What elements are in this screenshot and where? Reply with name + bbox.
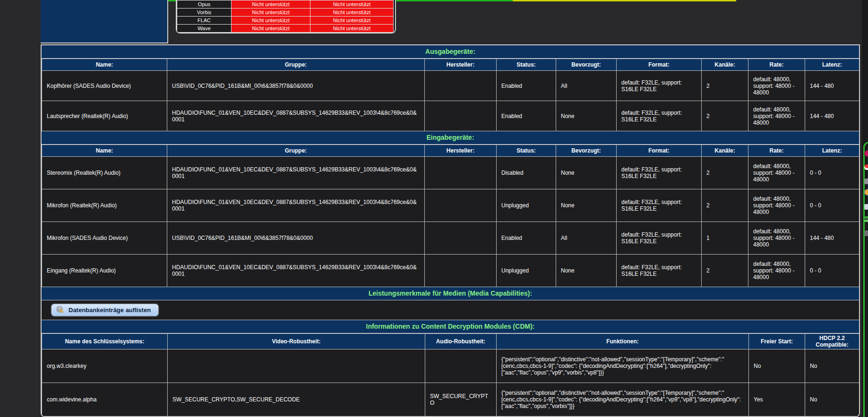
col-header-latenz: Latenz: <box>805 145 859 157</box>
col-header-key-system: Name des Schlüsselsystems: <box>42 334 168 349</box>
codec-support-cell: Nicht unterstützt <box>310 25 394 33</box>
cell-rate: default: 48000, support: 48000 - 48000 <box>748 222 805 255</box>
output-devices-table: Name: Gruppe: Hersteller: Status: Bevorz… <box>42 59 859 131</box>
codec-support-cell: Nicht unterstützt <box>310 9 394 17</box>
cell-rate: default: 48000, support: 48000 - 48000 <box>748 189 805 222</box>
col-header-latenz: Latenz: <box>805 59 859 71</box>
cell-hersteller <box>425 255 497 287</box>
cell-key-system: org.w3.clearkey <box>42 349 168 383</box>
table-row: Mikrofon (SADES Audio Device) USB\VID_0C… <box>42 222 859 255</box>
cell-gruppe: HDAUDIO\FUNC_01&VEN_10EC&DEV_0887&SUBSYS… <box>167 101 425 131</box>
cell-format: default: F32LE, support: S16LE F32LE <box>617 71 702 101</box>
cell-rate: default: 48000, support: 48000 - 48000 <box>748 255 805 287</box>
codec-row: Vorbis Nicht unterstützt Nicht unterstüt… <box>177 9 394 17</box>
table-row: Lautsprecher (Realtek(R) Audio) HDAUDIO\… <box>42 101 859 131</box>
cell-latenz: 144 - 480 <box>805 101 859 131</box>
cell-bevorzugt: All <box>556 222 617 255</box>
col-header-format: Format: <box>617 59 702 71</box>
database-icon <box>56 306 64 314</box>
media-capabilities-row: Datenbankeinträge auflisten <box>42 300 859 320</box>
cell-bevorzugt: None <box>556 255 617 287</box>
cell-gruppe: HDAUDIO\FUNC_01&VEN_10EC&DEV_0887&SUBSYS… <box>167 189 425 222</box>
codec-support-cell: Nicht unterstützt <box>232 9 310 17</box>
cell-hersteller <box>425 157 497 189</box>
list-database-entries-button[interactable]: Datenbankeinträge auflisten <box>51 304 159 316</box>
cell-rate: default: 48000, support: 48000 - 48000 <box>748 157 805 189</box>
col-header-hersteller: Hersteller: <box>425 59 497 71</box>
cell-bevorzugt: None <box>556 101 617 131</box>
cdm-header-row: Name des Schlüsselsystems: Video-Robusth… <box>42 334 859 349</box>
col-header-hdcp: HDCP 2.2 Compatible: <box>805 334 859 349</box>
input-devices-title: Eingabegeräte: <box>42 131 859 145</box>
cell-clear-lead: No <box>749 349 805 383</box>
clipped-app-icon-4[interactable] <box>864 189 868 196</box>
col-header-name: Name: <box>42 59 167 71</box>
codec-row: Opus Nicht unterstützt Nicht unterstützt <box>177 0 394 9</box>
clipped-app-icon-6[interactable] <box>864 216 868 222</box>
cell-bevorzugt: All <box>556 71 617 101</box>
cell-audio-robustness <box>425 349 497 383</box>
clipped-app-icon-3[interactable] <box>864 179 868 184</box>
cell-clear-lead: Yes <box>749 383 805 417</box>
table-row: Mikrofon (Realtek(R) Audio) HDAUDIO\FUNC… <box>42 189 859 222</box>
output-devices-header-row: Name: Gruppe: Hersteller: Status: Bevorz… <box>42 59 859 71</box>
table-row: com.widevine.alpha SW_SECURE_CRYPTO,SW_S… <box>42 383 859 417</box>
cell-bevorzugt: None <box>556 157 617 189</box>
cell-format: default: F32LE, support: S16LE F32LE <box>617 222 702 255</box>
cell-hersteller <box>425 189 497 222</box>
input-devices-header-row: Name: Gruppe: Hersteller: Status: Bevorz… <box>42 145 859 157</box>
col-header-kanaele: Kanäle: <box>702 145 748 157</box>
cell-latenz: 0 - 0 <box>805 255 859 287</box>
cell-kanaele: 2 <box>702 101 748 131</box>
col-header-format: Format: <box>617 145 702 157</box>
col-header-bevorzugt: Bevorzugt: <box>556 145 617 157</box>
clipped-app-icon-1[interactable] <box>864 150 868 157</box>
col-header-status: Status: <box>497 145 556 157</box>
codec-row: FLAC Nicht unterstützt Nicht unterstützt <box>177 17 394 25</box>
cell-rate: default: 48000, support: 48000 - 48000 <box>748 101 805 131</box>
codec-name: Opus <box>177 0 232 9</box>
output-devices-title: Ausgabegeräte: <box>42 45 859 59</box>
cell-hersteller <box>425 71 497 101</box>
cell-bevorzugt: None <box>556 189 617 222</box>
cell-kanaele: 1 <box>702 222 748 255</box>
cell-hersteller <box>425 222 497 255</box>
codec-name: Wave <box>177 25 232 33</box>
clipped-app-icon-5[interactable] <box>864 204 868 210</box>
media-capabilities-title: Leistungsmerkmale für Medien (Media Capa… <box>42 287 859 300</box>
codec-support-table: Opus Nicht unterstützt Nicht unterstützt… <box>176 0 396 34</box>
cutoff-table-cell <box>41 0 168 43</box>
col-header-rate: Rate: <box>748 145 805 157</box>
col-header-video-robustness: Video-Robustheit: <box>168 334 425 349</box>
cell-status: Enabled <box>497 71 556 101</box>
top-edge-yellow-line <box>513 0 736 1</box>
input-devices-table: Name: Gruppe: Hersteller: Status: Bevorz… <box>42 145 859 287</box>
cell-hdcp: No <box>805 349 859 383</box>
cell-kanaele: 2 <box>702 71 748 101</box>
cell-format: default: F32LE, support: S16LE F32LE <box>617 255 702 287</box>
cell-status: Unplugged <box>497 255 556 287</box>
col-header-capabilities: Funktionen: <box>497 334 749 349</box>
col-header-kanaele: Kanäle: <box>702 59 748 71</box>
cell-video-robustness: SW_SECURE_CRYPTO,SW_SECURE_DECODE <box>168 383 425 417</box>
clipped-app-icon-7[interactable] <box>864 230 868 236</box>
cell-capabilities: {"persistent":"optional","distinctive":"… <box>497 383 749 417</box>
cell-kanaele: 2 <box>702 157 748 189</box>
col-header-bevorzugt: Bevorzugt: <box>556 59 617 71</box>
cell-video-robustness <box>168 349 425 383</box>
clipped-app-icon-2[interactable] <box>864 164 868 170</box>
cell-format: default: F32LE, support: S16LE F32LE <box>617 157 702 189</box>
cell-name: Lautsprecher (Realtek(R) Audio) <box>42 101 167 131</box>
cell-kanaele: 2 <box>702 255 748 287</box>
cell-rate: default: 48000, support: 48000 - 48000 <box>748 71 805 101</box>
cell-status: Enabled <box>497 101 556 131</box>
cell-latenz: 144 - 480 <box>805 71 859 101</box>
cell-hersteller <box>425 101 497 131</box>
cell-name: Mikrofon (SADES Audio Device) <box>42 222 167 255</box>
col-header-rate: Rate: <box>748 59 805 71</box>
cell-name: Mikrofon (Realtek(R) Audio) <box>42 189 167 222</box>
cell-latenz: 0 - 0 <box>805 157 859 189</box>
cell-key-system: com.widevine.alpha <box>42 383 168 417</box>
codec-support-cell: Nicht unterstützt <box>310 17 394 25</box>
media-section: Ausgabegeräte: Name: Gruppe: Hersteller:… <box>41 44 860 417</box>
